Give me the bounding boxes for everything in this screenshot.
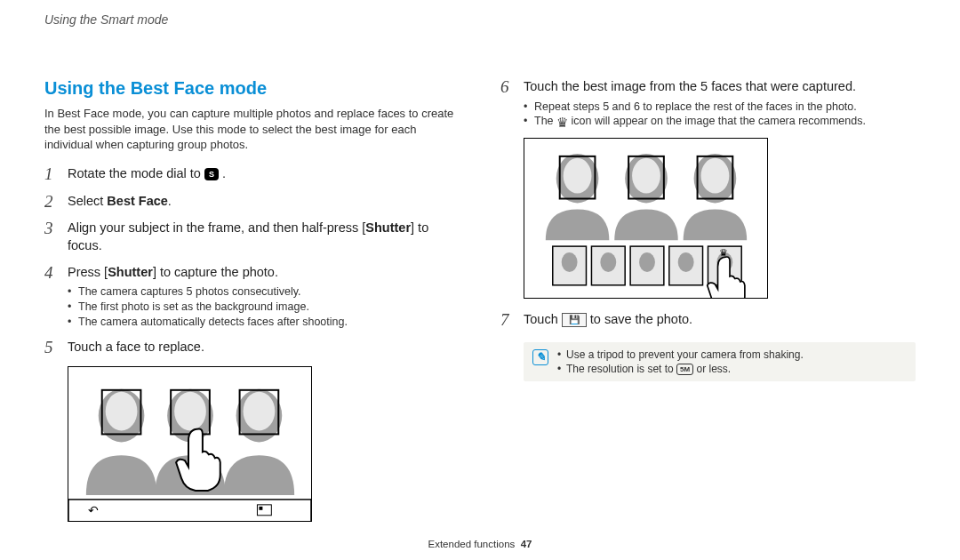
intro-paragraph: In Best Face mode, you can capture multi… xyxy=(44,106,460,153)
steps-list-left: 1 Rotate the mode dial to S . 2 Select B… xyxy=(44,165,460,357)
step-2-post: . xyxy=(168,194,172,208)
step-2: Select Best Face. xyxy=(68,193,460,212)
svg-point-27 xyxy=(562,252,578,272)
svg-point-29 xyxy=(639,252,655,272)
step-4-sublist: The camera captures 5 photos consecutive… xyxy=(68,284,460,330)
step-number: 6 xyxy=(500,78,524,129)
step-1-text-post: . xyxy=(222,166,226,180)
step-7-b: to save the photo. xyxy=(587,312,692,326)
step-4-shutter: Shutter xyxy=(108,265,153,279)
note-1: Use a tripod to prevent your camera from… xyxy=(557,348,907,362)
step-4-sub1: The camera captures 5 photos consecutive… xyxy=(68,284,460,300)
svg-point-16 xyxy=(564,158,592,194)
footer-page-number: 47 xyxy=(521,539,532,549)
step-6: Touch the best image from the 5 faces th… xyxy=(524,78,916,129)
svg-point-4 xyxy=(174,391,206,430)
step-1: Rotate the mode dial to S . xyxy=(68,165,460,184)
steps-list-right-2: 7 Touch 💾 to save the photo. xyxy=(500,311,916,330)
step-5: Touch a face to replace. xyxy=(68,339,460,357)
step-4-a: Press [ xyxy=(68,265,108,279)
step-number: 3 xyxy=(44,220,68,254)
step-6-sub2-a: The xyxy=(534,115,556,127)
step-6-sub2: The ♛ icon will appear on the image that… xyxy=(524,114,916,129)
svg-point-5 xyxy=(244,391,276,430)
svg-point-28 xyxy=(600,252,616,272)
step-4-sub3: The camera automatically detects faces a… xyxy=(68,315,460,330)
right-column: 6 Touch the best image from the 5 faces … xyxy=(500,78,916,522)
step-number: 2 xyxy=(44,193,68,212)
crown-icon: ♛ xyxy=(556,116,568,129)
step-1-text-pre: Rotate the mode dial to xyxy=(68,166,204,180)
step-number: 5 xyxy=(44,339,68,357)
step-3: Align your subject in the frame, and the… xyxy=(68,220,460,254)
svg-point-30 xyxy=(678,252,694,272)
svg-point-3 xyxy=(106,391,138,430)
step-6-sublist: Repeat steps 5 and 6 to replace the rest… xyxy=(524,100,916,130)
svg-text:↶: ↶ xyxy=(88,502,99,516)
note-list: Use a tripod to prevent your camera from… xyxy=(557,348,907,376)
note-2-b: or less. xyxy=(693,363,731,375)
footer-section: Extended functions xyxy=(428,539,515,549)
step-2-pre: Select xyxy=(68,194,107,208)
section-title: Using the Best Face mode xyxy=(44,78,460,99)
step-4-sub2: The first photo is set as the background… xyxy=(68,300,460,315)
step-6-text: Touch the best image from the 5 faces th… xyxy=(524,79,856,93)
step-6-sub2-b: icon will appear on the image that the c… xyxy=(568,115,866,127)
note-2-a: The resolution is set to xyxy=(566,363,676,375)
breadcrumb: Using the Smart mode xyxy=(44,12,168,27)
step-3-a: Align your subject in the frame, and the… xyxy=(68,220,365,235)
note-box: ✎ Use a tripod to prevent your camera fr… xyxy=(524,342,916,381)
note-icon: ✎ xyxy=(532,349,548,365)
step-7-a: Touch xyxy=(524,312,562,326)
step-3-shutter: Shutter xyxy=(365,220,411,235)
step-number: 1 xyxy=(44,165,68,184)
screenshot-select-best-face: ♛ xyxy=(524,138,768,299)
svg-point-18 xyxy=(701,158,730,194)
mode-dial-s-icon: S xyxy=(204,168,219,180)
step-7: Touch 💾 to save the photo. xyxy=(524,311,916,330)
page-footer: Extended functions 47 xyxy=(0,539,960,549)
two-column-layout: Using the Best Face mode In Best Face mo… xyxy=(44,78,916,522)
steps-list-right: 6 Touch the best image from the 5 faces … xyxy=(500,78,916,129)
svg-rect-9 xyxy=(68,500,311,522)
step-number: 7 xyxy=(500,311,524,330)
svg-rect-12 xyxy=(259,506,262,509)
svg-point-17 xyxy=(632,158,660,194)
step-2-bold: Best Face xyxy=(107,194,168,208)
step-number: 4 xyxy=(44,264,68,330)
step-6-sub1: Repeat steps 5 and 6 to replace the rest… xyxy=(524,100,916,115)
step-4-c: ] to capture the photo. xyxy=(153,265,278,279)
screenshot-touch-face: ↶ xyxy=(68,366,312,523)
note-2: The resolution is set to 5M or less. xyxy=(557,362,907,376)
resolution-5m-icon: 5M xyxy=(676,364,693,375)
save-icon: 💾 xyxy=(562,313,587,327)
step-4: Press [Shutter] to capture the photo. Th… xyxy=(68,264,460,330)
left-column: Using the Best Face mode In Best Face mo… xyxy=(44,78,460,522)
